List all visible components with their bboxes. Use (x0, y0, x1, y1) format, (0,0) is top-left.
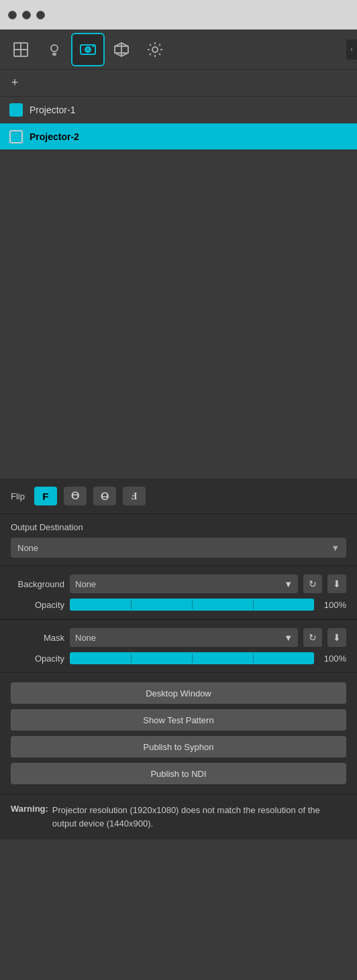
toolbar-collapse-btn[interactable]: ‹ (346, 40, 357, 60)
svg-line-10 (93, 46, 94, 47)
mask-value: None (75, 633, 96, 643)
flip-section: Flip F Ѳ Ѳ F (0, 479, 357, 514)
projector-2-color (9, 130, 23, 143)
mask-opacity-row: Opacity 100% (11, 652, 346, 664)
dropdown-arrow-icon: ▼ (284, 579, 293, 589)
controls-panel: Flip F Ѳ Ѳ F Output Destination None ▼ B… (0, 479, 357, 839)
toolbar-btn-3d[interactable] (105, 33, 138, 66)
projector-1-color (9, 103, 23, 117)
close-button[interactable] (8, 11, 17, 19)
flip-v-button[interactable]: Ѳ (93, 487, 116, 505)
svg-point-9 (87, 48, 89, 51)
show-test-pattern-button[interactable]: Show Test Pattern (11, 709, 346, 731)
background-opacity-row: Opacity 100% (11, 599, 346, 611)
toolbar-btn-projector[interactable] (71, 33, 105, 66)
add-projector-button[interactable]: + (7, 75, 23, 91)
mask-dropdown-arrow-icon: ▼ (284, 633, 293, 643)
mask-opacity-label: Opacity (11, 654, 64, 664)
chevron-down-icon: ▼ (331, 543, 340, 553)
projector-1-name: Projector-1 (30, 105, 75, 115)
publish-ndi-button[interactable]: Publish to NDI (11, 763, 346, 784)
mask-row: Mask None ▼ ↻ ⬇ (11, 628, 346, 647)
projector-list: + Projector-1 Projector-2 (0, 70, 357, 150)
output-destination-section: Output Destination None ▼ (0, 514, 357, 566)
mask-opacity-value: 100% (319, 654, 346, 664)
action-buttons-section: Desktop Window Show Test Pattern Publish… (0, 673, 357, 794)
background-refresh-button[interactable]: ↻ (303, 574, 322, 593)
projector-item-2[interactable]: Projector-2 (0, 123, 357, 150)
background-dropdown[interactable]: None ▼ (70, 574, 298, 593)
svg-point-3 (51, 45, 58, 52)
background-download-button[interactable]: ⬇ (327, 574, 346, 593)
flip-h-button[interactable]: Ѳ (64, 487, 87, 505)
add-projector-bar: + (0, 70, 357, 97)
mask-refresh-button[interactable]: ↻ (303, 628, 322, 647)
publish-syphon-button[interactable]: Publish to Syphon (11, 736, 346, 757)
toolbar: ‹ (0, 29, 357, 70)
background-opacity-slider[interactable] (70, 599, 314, 611)
background-opacity-value: 100% (319, 600, 346, 610)
background-section: Background None ▼ ↻ ⬇ Opacity 100% (0, 566, 357, 619)
toolbar-btn-layout[interactable] (4, 33, 38, 66)
warning-section: Warning: Projector resolution (1920x1080… (0, 794, 357, 839)
flip-label: Flip (11, 491, 25, 501)
toolbar-btn-light[interactable] (38, 33, 71, 66)
flip-both-button[interactable]: F (123, 487, 146, 505)
output-destination-value: None (17, 543, 38, 553)
svg-point-15 (152, 47, 158, 52)
title-bar (0, 0, 357, 29)
output-destination-dropdown[interactable]: None ▼ (11, 538, 346, 558)
minimize-button[interactable] (22, 11, 31, 19)
maximize-button[interactable] (36, 11, 45, 19)
output-destination-label: Output Destination (11, 522, 346, 532)
background-opacity-label: Opacity (11, 600, 64, 610)
mask-download-button[interactable]: ⬇ (327, 628, 346, 647)
mask-opacity-slider[interactable] (70, 652, 314, 664)
projector-item-1[interactable]: Projector-1 (0, 97, 357, 123)
warning-prefix: Warning: (11, 804, 48, 814)
list-empty-space (0, 150, 357, 479)
background-row: Background None ▼ ↻ ⬇ (11, 574, 346, 593)
flip-normal-button[interactable]: F (34, 487, 57, 505)
toolbar-btn-settings[interactable] (138, 33, 172, 66)
warning-text: Projector resolution (1920x1080) does no… (52, 804, 346, 830)
mask-dropdown[interactable]: None ▼ (70, 628, 298, 647)
mask-label: Mask (11, 633, 64, 643)
mask-section: Mask None ▼ ↻ ⬇ Opacity 100% (0, 619, 357, 673)
background-value: None (75, 579, 96, 589)
desktop-window-button[interactable]: Desktop Window (11, 682, 346, 704)
projector-2-name: Projector-2 (30, 131, 79, 142)
background-label: Background (11, 579, 64, 589)
